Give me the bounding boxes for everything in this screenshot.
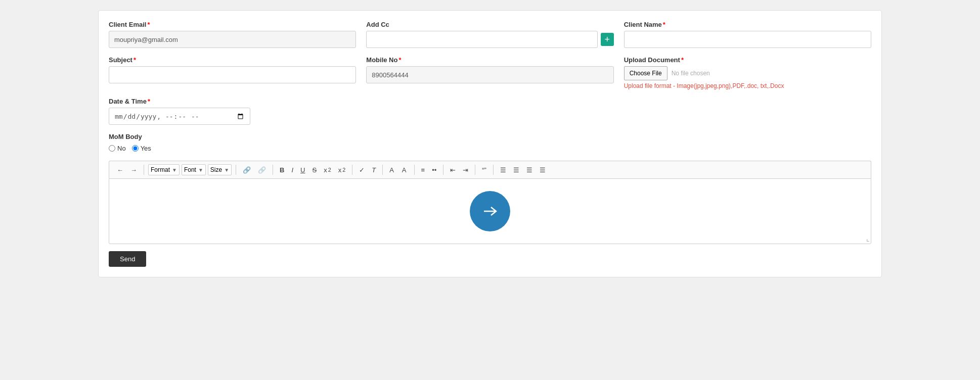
required-star: *: [681, 56, 684, 64]
form-container: Client Email* Add Cc + Client Name* Subj…: [98, 10, 882, 277]
radio-no-text: No: [117, 145, 126, 152]
separator-6: [414, 165, 415, 175]
format-chevron-icon: ▼: [172, 167, 177, 173]
required-star: *: [147, 21, 150, 28]
unordered-list-button[interactable]: ••: [429, 165, 439, 175]
font-color-button[interactable]: A: [387, 165, 397, 175]
required-star: *: [133, 56, 136, 64]
unlink-button[interactable]: 🔗: [255, 165, 269, 175]
row-2: Subject* Mobile No* Upload Document* Cho…: [109, 56, 871, 89]
separator-9: [493, 165, 494, 175]
underline-button[interactable]: U: [298, 165, 307, 175]
resize-handle[interactable]: ⌞: [866, 234, 870, 243]
separator-7: [443, 165, 443, 175]
separator-1: [144, 165, 144, 175]
client-name-input[interactable]: [624, 31, 871, 48]
align-right-button[interactable]: ☰: [524, 165, 535, 175]
client-name-col: Client Name*: [624, 21, 871, 48]
remove-format-button[interactable]: T: [369, 165, 378, 175]
required-star: *: [663, 21, 665, 28]
format-dropdown[interactable]: Format ▼: [148, 164, 180, 175]
separator-3: [273, 165, 273, 175]
separator-2: [236, 165, 236, 175]
send-icon-circle: [470, 191, 510, 231]
separator-4: [352, 165, 352, 175]
font-chevron-icon: ▼: [198, 167, 203, 173]
send-icon: [480, 201, 500, 221]
align-justify-button[interactable]: ☰: [537, 165, 548, 175]
radio-yes-label[interactable]: Yes: [132, 145, 151, 152]
upload-doc-col: Upload Document* Choose File No file cho…: [624, 56, 871, 89]
font-label: Font: [184, 166, 196, 173]
row-1: Client Email* Add Cc + Client Name*: [109, 21, 871, 48]
mobile-no-input[interactable]: [366, 66, 613, 83]
date-time-label: Date & Time*: [109, 98, 301, 105]
subject-col: Subject*: [109, 56, 356, 89]
client-email-input[interactable]: [109, 31, 356, 48]
font-dropdown[interactable]: Font ▼: [182, 164, 206, 175]
size-dropdown[interactable]: Size ▼: [208, 164, 232, 175]
link-button[interactable]: 🔗: [240, 165, 253, 175]
italic-button[interactable]: I: [289, 165, 296, 175]
bg-color-button[interactable]: A: [399, 165, 410, 175]
editor-body[interactable]: ⌞: [109, 178, 871, 244]
date-time-input[interactable]: [109, 108, 250, 125]
client-name-label: Client Name*: [624, 21, 871, 28]
outdent-button[interactable]: ⇤: [448, 165, 458, 175]
mobile-no-col: Mobile No*: [366, 56, 613, 89]
radio-yes-text: Yes: [141, 145, 151, 152]
subject-input[interactable]: [109, 66, 356, 83]
mom-body-section: MoM Body No Yes: [109, 133, 871, 155]
align-left-button[interactable]: ☰: [498, 165, 509, 175]
file-format-note: Upload file format - Image(jpg,jpeg,png)…: [624, 82, 871, 89]
redo-button[interactable]: →: [128, 165, 140, 175]
separator-5: [382, 165, 383, 175]
subject-label: Subject*: [109, 56, 356, 64]
mom-body-label: MoM Body: [109, 133, 871, 140]
superscript-button[interactable]: x2: [336, 165, 348, 175]
blockquote-button[interactable]: “”: [479, 165, 489, 175]
upload-document-label: Upload Document*: [624, 56, 871, 64]
separator-8: [475, 165, 475, 175]
mobile-no-label: Mobile No*: [366, 56, 613, 64]
size-label: Size: [210, 166, 222, 173]
subscript-button[interactable]: x2: [321, 165, 334, 175]
size-chevron-icon: ▼: [224, 167, 229, 173]
undo-button[interactable]: ←: [114, 165, 126, 175]
required-star: *: [398, 56, 401, 64]
client-email-col: Client Email*: [109, 21, 356, 48]
radio-group: No Yes: [109, 145, 871, 155]
add-cc-button[interactable]: +: [601, 33, 614, 46]
strikethrough-button[interactable]: S: [310, 165, 320, 175]
client-email-label: Client Email*: [109, 21, 356, 28]
date-time-col: Date & Time*: [109, 98, 301, 125]
row-3: Date & Time*: [109, 98, 871, 125]
radio-no[interactable]: [109, 145, 115, 152]
bold-button[interactable]: B: [277, 165, 287, 175]
radio-no-label[interactable]: No: [109, 145, 126, 152]
add-cc-col: Add Cc +: [366, 21, 613, 48]
align-center-button[interactable]: ☰: [511, 165, 522, 175]
radio-yes[interactable]: [132, 145, 139, 152]
no-file-text: No file chosen: [672, 70, 710, 77]
add-cc-label: Add Cc: [366, 21, 613, 28]
upload-row: Choose File No file chosen: [624, 66, 871, 80]
add-cc-input[interactable]: [366, 31, 597, 48]
clear-format-button[interactable]: ✓: [357, 165, 367, 175]
format-label: Format: [151, 166, 170, 173]
editor-toolbar: ← → Format ▼ Font ▼ Size ▼ 🔗 🔗 B I U S x…: [109, 161, 871, 178]
indent-button[interactable]: ⇥: [460, 165, 471, 175]
choose-file-button[interactable]: Choose File: [624, 66, 667, 80]
add-cc-row: +: [366, 31, 613, 48]
send-button[interactable]: Send: [109, 251, 146, 267]
ordered-list-button[interactable]: ≡: [419, 165, 428, 175]
required-star: *: [148, 98, 150, 105]
